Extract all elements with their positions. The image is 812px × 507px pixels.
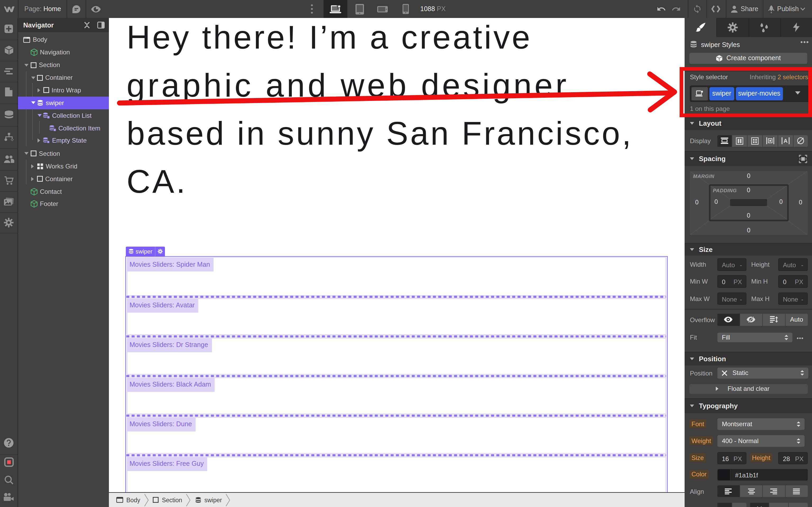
svg-text:A: A [783,137,788,144]
